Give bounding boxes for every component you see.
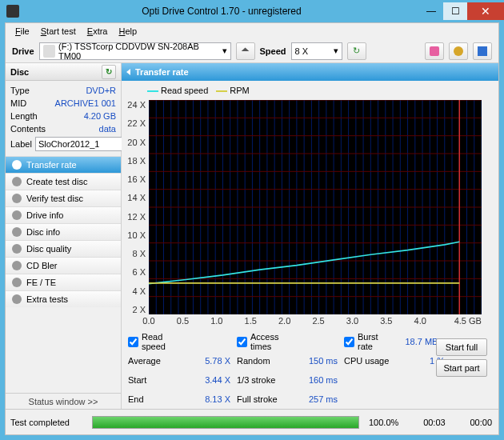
drive-label: Drive xyxy=(12,46,34,56)
sidebar-item-disc-info[interactable]: Disc info xyxy=(6,223,121,240)
sidebar-item-extra-tests[interactable]: Extra tests xyxy=(6,290,121,307)
avg-key: Average xyxy=(128,356,184,366)
window-title: Opti Drive Control 1.70 - unregistered xyxy=(24,6,419,17)
disc-contents-key: Contents xyxy=(10,124,46,134)
sidebar-item-transfer-rate[interactable]: Transfer rate xyxy=(6,156,121,173)
sidebar-item-disc-quality[interactable]: Disc quality xyxy=(6,240,121,257)
sidebar-item-create-test-disc[interactable]: Create test disc xyxy=(6,173,121,190)
menu-help[interactable]: Help xyxy=(114,25,142,38)
erase-icon xyxy=(430,46,439,56)
main-title: Transfer rate xyxy=(135,67,189,77)
legend-read: Read speed xyxy=(161,86,208,95)
disc-properties: TypeDVD+R MIDARCHIVE1 001 Length4.20 GB … xyxy=(6,81,121,156)
transfer-chart: 24 X22 X20 X18 X16 X14 X12 X10 X8 X6 X4 … xyxy=(126,97,485,329)
menu-start-test[interactable]: Start test xyxy=(36,25,81,38)
bullet-icon xyxy=(12,244,22,254)
bullet-icon xyxy=(12,210,22,220)
sidebar-item-fe-te[interactable]: FE / TE xyxy=(6,274,121,290)
disc-label-key: Label xyxy=(10,139,32,149)
disc-length-val: 4.20 GB xyxy=(84,111,116,121)
drive-icon xyxy=(43,45,56,58)
read-speed-checkbox[interactable]: Read speed xyxy=(128,332,184,351)
drive-value: (F:) TSSTcorp CDDVDW SN-208AB TM00 xyxy=(58,42,218,61)
fullstroke-key: Full stroke xyxy=(237,394,291,404)
third-val: 160 ms xyxy=(298,375,338,385)
save-button[interactable] xyxy=(473,42,492,60)
start-part-button[interactable]: Start part xyxy=(436,359,487,377)
random-val: 150 ms xyxy=(298,356,338,366)
sidebar: Disc ↻ TypeDVD+R MIDARCHIVE1 001 Length4… xyxy=(6,63,122,409)
bullet-icon xyxy=(12,194,22,203)
options-button[interactable] xyxy=(449,42,468,60)
start-key: Start xyxy=(128,375,184,385)
gear-icon xyxy=(454,46,463,56)
end-val: 8.13 X xyxy=(190,394,230,404)
access-times-checkbox[interactable]: Access times xyxy=(237,332,291,351)
chevron-left-icon xyxy=(126,69,130,75)
disc-mid-key: MID xyxy=(10,98,26,108)
disc-type-val: DVD+R xyxy=(86,86,116,95)
third-key: 1/3 stroke xyxy=(237,375,291,385)
legend-rpm: RPM xyxy=(230,86,249,95)
status-bar: Test completed 100.0% 00:03 00:00 xyxy=(6,409,498,434)
sidebar-item-cd-bler[interactable]: CD Bler xyxy=(6,257,121,274)
bullet-icon xyxy=(12,177,22,186)
erase-button[interactable] xyxy=(425,42,444,60)
eject-icon xyxy=(241,47,250,55)
speed-select[interactable]: 8 X▾ xyxy=(291,42,342,60)
bullet-icon xyxy=(12,227,22,237)
menu-extra[interactable]: Extra xyxy=(82,25,113,38)
disc-length-key: Length xyxy=(10,111,38,121)
chart-legend: Read speed RPM xyxy=(126,84,494,97)
burst-rate-checkbox[interactable]: Burst rate xyxy=(344,332,390,351)
sidebar-item-drive-info[interactable]: Drive info xyxy=(6,206,121,223)
minimize-button[interactable]: — xyxy=(419,2,443,20)
elapsed-time: 00:03 xyxy=(423,418,446,427)
drive-select[interactable]: (F:) TSSTcorp CDDVDW SN-208AB TM00 ▾ xyxy=(39,42,231,60)
refresh-icon: ↻ xyxy=(106,67,112,76)
maximize-button[interactable]: ☐ xyxy=(443,2,467,20)
disc-refresh-button[interactable]: ↻ xyxy=(102,65,116,79)
titlebar[interactable]: Opti Drive Control 1.70 - unregistered —… xyxy=(0,0,504,22)
save-icon xyxy=(478,46,487,56)
sidebar-item-verify-test-disc[interactable]: Verify test disc xyxy=(6,190,121,206)
disc-panel-header: Disc ↻ xyxy=(6,63,121,81)
status-text: Test completed xyxy=(6,418,92,427)
menu-bar: File Start test Extra Help xyxy=(6,23,498,39)
disc-type-key: Type xyxy=(10,86,30,95)
main-header: Transfer rate xyxy=(122,63,498,81)
menu-file[interactable]: File xyxy=(10,25,34,38)
eject-button[interactable] xyxy=(236,42,255,60)
progress-bar xyxy=(92,416,359,429)
app-icon xyxy=(6,5,19,18)
refresh-button[interactable]: ↻ xyxy=(347,42,366,60)
main-panel: Transfer rate Read speed RPM 24 X22 X20 … xyxy=(122,63,498,409)
start-full-button[interactable]: Start full xyxy=(436,338,487,356)
start-val: 3.44 X xyxy=(190,375,230,385)
random-key: Random xyxy=(237,356,291,366)
avg-val: 5.78 X xyxy=(190,356,230,366)
fullstroke-val: 257 ms xyxy=(298,394,338,404)
toolbar: Drive (F:) TSSTcorp CDDVDW SN-208AB TM00… xyxy=(6,39,498,63)
speed-label: Speed xyxy=(260,46,286,56)
bullet-icon xyxy=(12,160,22,170)
remaining-time: 00:00 xyxy=(470,418,492,427)
bullet-icon xyxy=(12,278,22,287)
disc-mid-val: ARCHIVE1 001 xyxy=(55,98,116,108)
progress-pct: 100.0% xyxy=(369,418,398,427)
end-key: End xyxy=(128,394,184,404)
status-window-toggle[interactable]: Status window >> xyxy=(6,393,121,409)
disc-contents-val: data xyxy=(99,124,116,134)
refresh-icon: ↻ xyxy=(353,46,360,56)
close-button[interactable]: ✕ xyxy=(467,2,504,20)
bullet-icon xyxy=(12,261,22,270)
bullet-icon xyxy=(12,294,22,304)
cpu-key: CPU usage xyxy=(344,356,390,366)
